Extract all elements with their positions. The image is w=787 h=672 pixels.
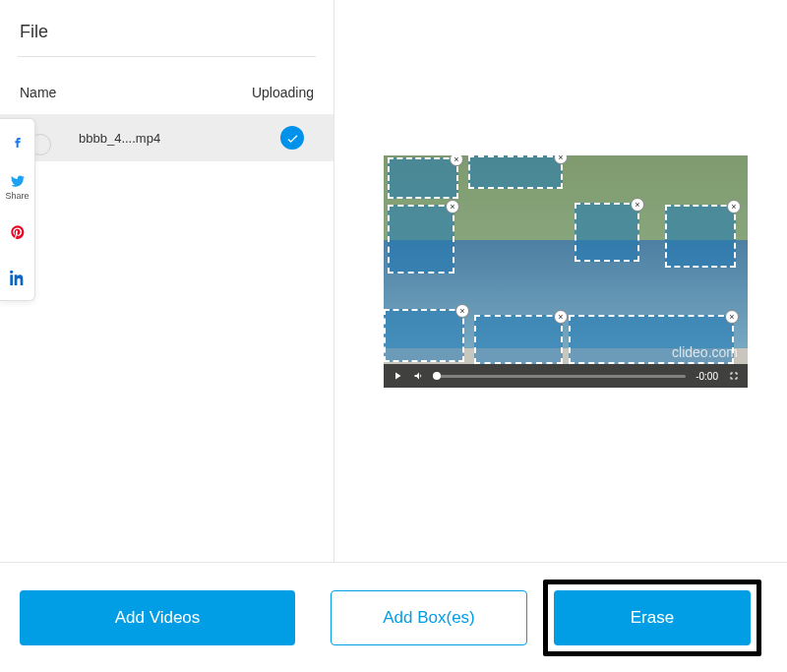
progress-handle[interactable] [433,372,441,380]
video-preview[interactable]: ×××××××× clideo.com -0:00 [384,155,748,388]
selection-close-icon[interactable]: × [446,200,459,214]
social-share-bar: Share [0,118,35,301]
file-row[interactable]: bbbb_4....mp4 [0,114,333,161]
selection-box[interactable]: × [575,203,639,262]
selection-box[interactable]: × [468,155,563,189]
column-name: Name [20,85,56,100]
selection-close-icon[interactable]: × [455,304,469,318]
video-controls: -0:00 [384,364,748,388]
share-facebook[interactable] [0,119,34,164]
share-twitter[interactable]: Share [0,164,34,210]
progress-bar[interactable] [435,375,686,378]
watermark-text: clideo.com [672,344,738,360]
share-pinterest[interactable] [0,210,34,255]
bottom-bar: Add Videos Add Box(es) Erase [0,562,787,672]
add-boxes-button[interactable]: Add Box(es) [331,590,527,645]
selection-box[interactable]: × [474,315,563,364]
play-button[interactable] [392,370,403,382]
file-heading: File [0,0,333,56]
time-remaining: -0:00 [696,371,718,382]
selection-close-icon[interactable]: × [631,198,644,212]
selection-box[interactable]: × [665,205,736,268]
share-twitter-label: Share [5,191,29,201]
erase-highlight-frame: Erase [543,580,761,656]
column-status: Uploading [252,85,314,100]
fullscreen-button[interactable] [728,370,740,382]
volume-button[interactable] [413,370,425,382]
selection-box[interactable]: × [384,309,464,362]
file-name: bbbb_4....mp4 [39,131,160,146]
selection-close-icon[interactable]: × [554,310,568,324]
selection-close-icon[interactable]: × [725,310,739,324]
selection-close-icon[interactable]: × [727,200,741,214]
column-headers: Name Uploading [0,57,333,114]
upload-complete-icon [280,126,304,150]
add-videos-button[interactable]: Add Videos [20,590,295,645]
selection-box[interactable]: × [388,157,458,199]
share-linkedin[interactable] [0,255,34,300]
selection-box[interactable]: × [388,205,454,274]
erase-button[interactable]: Erase [554,590,751,645]
